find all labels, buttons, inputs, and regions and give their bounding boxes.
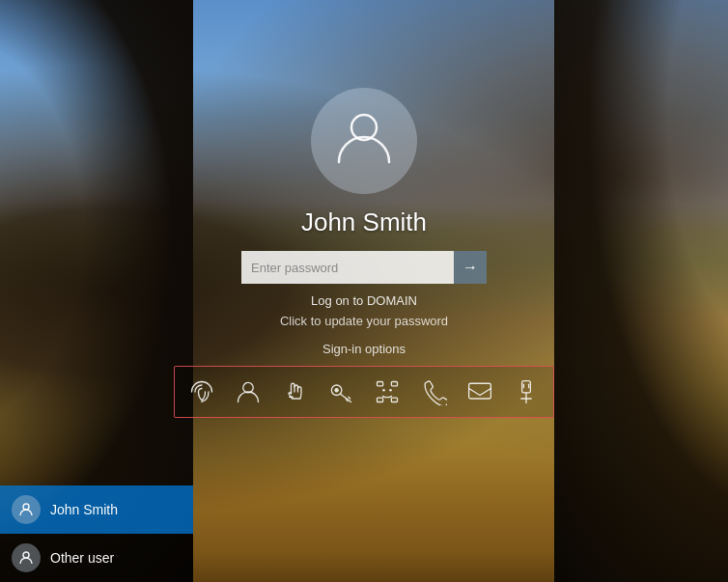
password-submit-button[interactable]: →: [454, 251, 487, 284]
user-list: John Smith Other user: [0, 485, 193, 582]
svg-point-17: [23, 504, 29, 510]
user-avatar-other: [12, 543, 41, 572]
security-key-signin-button[interactable]: [320, 371, 362, 413]
account-picture-signin-button[interactable]: [227, 371, 269, 413]
svg-point-4: [334, 388, 338, 392]
phone-signin-button[interactable]: [412, 371, 455, 413]
user-name-john-smith: John Smith: [50, 502, 118, 517]
fingerprint-signin-button[interactable]: [181, 371, 223, 413]
touch-signin-button[interactable]: [273, 371, 316, 413]
svg-point-1: [243, 382, 254, 393]
key-icon: [327, 378, 354, 405]
user-icon: [333, 106, 395, 176]
user-name-other: Other user: [50, 550, 114, 566]
arrow-right-icon: →: [462, 259, 478, 276]
touch-icon: [281, 378, 308, 405]
message-signin-button[interactable]: [459, 371, 501, 413]
message-icon: [466, 378, 493, 405]
usb-icon: [513, 378, 540, 405]
fingerprint-icon: [188, 378, 215, 405]
usb-signin-button[interactable]: [505, 371, 547, 413]
face-icon: [374, 378, 401, 405]
user-item-john-smith[interactable]: John Smith: [0, 485, 193, 534]
domain-text: Log on to DOMAIN: [311, 293, 417, 308]
phone-icon: [420, 378, 447, 405]
svg-point-9: [382, 388, 385, 391]
svg-rect-5: [378, 381, 383, 385]
svg-point-10: [389, 388, 392, 391]
password-row: →: [241, 251, 487, 284]
user-item-other[interactable]: Other user: [0, 534, 193, 582]
person-icon: [235, 378, 262, 405]
svg-rect-8: [391, 398, 397, 402]
username-display: John Smith: [301, 208, 427, 237]
face-recognition-signin-button[interactable]: [366, 371, 408, 413]
avatar: [311, 88, 417, 194]
signin-options-bar: [174, 366, 554, 418]
user-avatar-john-smith: [12, 495, 41, 524]
password-input[interactable]: [241, 251, 454, 284]
svg-rect-6: [391, 381, 397, 385]
update-password-link[interactable]: Click to update your password: [280, 314, 448, 328]
svg-point-18: [23, 552, 29, 558]
svg-rect-7: [378, 398, 383, 402]
signin-options-label: Sign-in options: [322, 342, 406, 356]
